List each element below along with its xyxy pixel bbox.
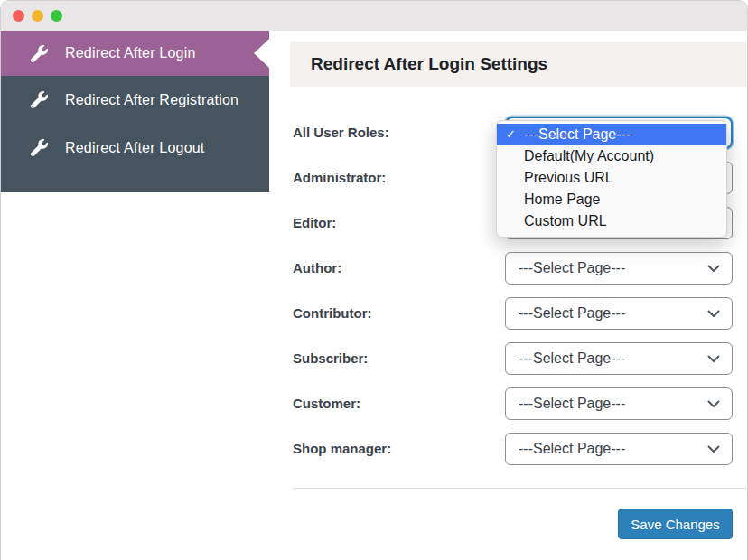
select-value: ---Select Page---	[519, 396, 625, 412]
chevron-down-icon	[707, 355, 720, 363]
sidebar-item[interactable]: Redirect After Logout	[1, 124, 269, 172]
dropdown-option-label: Custom URL	[524, 213, 607, 229]
wrench-icon	[31, 45, 48, 62]
row-label: Editor:	[293, 215, 336, 230]
select-value: ---Select Page---	[519, 441, 625, 457]
checkmark-icon: ✓	[506, 124, 516, 145]
close-button[interactable]	[13, 10, 24, 22]
row-label: Shop manager:	[293, 441, 391, 456]
save-button[interactable]: Save Changes	[618, 509, 733, 539]
role-select[interactable]: ---Select Page---	[505, 297, 733, 330]
sidebar-item-label: Redirect After Login	[65, 45, 196, 61]
form-row: Contributor: ---Select Page---	[293, 297, 733, 342]
minimize-button[interactable]	[32, 10, 43, 22]
screenshot: Redirect After Login Redirect After Regi…	[0, 0, 748, 560]
chevron-down-icon	[707, 400, 720, 408]
dropdown-menu: ✓ ---Select Page--- ✓ Default(My Account…	[496, 120, 727, 238]
dropdown-option-label: ---Select Page---	[524, 126, 631, 142]
dropdown-option[interactable]: ✓ Default(My Account)	[497, 145, 726, 167]
form-row: Author: ---Select Page---	[293, 252, 733, 297]
sidebar: Redirect After Login Redirect After Regi…	[1, 31, 269, 192]
dropdown-option[interactable]: ✓ ---Select Page---	[497, 124, 726, 145]
role-select[interactable]: ---Select Page---	[505, 342, 733, 375]
titlebar	[1, 1, 747, 31]
page-title: Redirect After Login Settings	[290, 42, 747, 87]
maximize-button[interactable]	[51, 10, 62, 22]
active-item-notch	[254, 39, 269, 68]
select-value: ---Select Page---	[519, 305, 625, 322]
row-label: Author:	[293, 260, 341, 275]
select-value: ---Select Page---	[519, 350, 625, 367]
form-row: Subscriber: ---Select Page---	[293, 342, 733, 387]
row-label: Contributor:	[293, 305, 371, 321]
row-label: Subscriber:	[293, 350, 368, 366]
app-window: Redirect After Login Redirect After Regi…	[0, 0, 748, 560]
chevron-down-icon	[707, 265, 720, 273]
wrench-icon	[31, 91, 48, 108]
row-label: Administrator:	[293, 170, 386, 185]
chevron-down-icon	[707, 445, 720, 453]
role-select[interactable]: ---Select Page---	[505, 387, 733, 420]
dropdown-option[interactable]: ✓ Custom URL	[497, 210, 726, 232]
sidebar-item[interactable]: Redirect After Registration	[1, 76, 269, 124]
sidebar-item[interactable]: Redirect After Login	[1, 31, 269, 76]
dropdown-option-label: Previous URL	[524, 170, 613, 185]
row-label: All User Roles:	[293, 125, 389, 140]
dropdown-option[interactable]: ✓ Previous URL	[497, 167, 726, 189]
form-row: Shop manager: ---Select Page---	[293, 433, 733, 478]
divider	[293, 488, 747, 489]
row-label: Customer:	[293, 396, 360, 411]
sidebar-item-label: Redirect After Logout	[65, 140, 205, 156]
main-panel: Redirect After Login Settings All User R…	[269, 31, 747, 560]
dropdown-option-label: Default(My Account)	[524, 148, 654, 163]
dropdown-option-label: Home Page	[524, 191, 601, 207]
form-row: Customer: ---Select Page---	[293, 387, 733, 433]
chevron-down-icon	[707, 310, 720, 318]
select-value: ---Select Page---	[519, 260, 625, 276]
sidebar-item-label: Redirect After Registration	[65, 92, 238, 108]
page-header: Redirect After Login Settings	[290, 42, 747, 87]
role-select[interactable]: ---Select Page---	[505, 433, 733, 465]
wrench-icon	[31, 139, 48, 156]
role-select[interactable]: ---Select Page---	[505, 252, 733, 285]
dropdown-option[interactable]: ✓ Home Page	[497, 189, 726, 210]
